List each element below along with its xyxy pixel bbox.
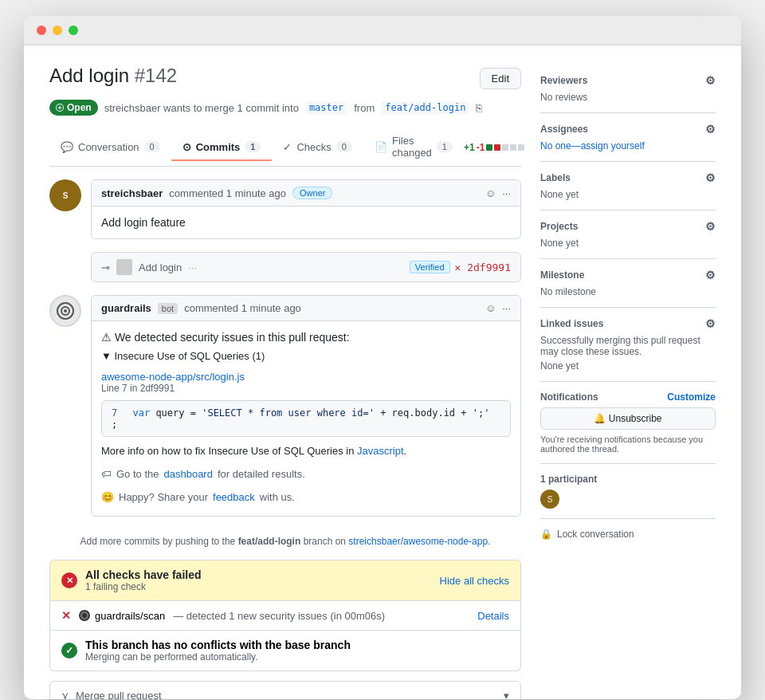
no-conflict-title: This branch has no conflicts with the ba… bbox=[85, 639, 351, 651]
no-conflict-sub: Merging can be performed automatically. bbox=[85, 651, 351, 663]
commits-icon: ⊙ bbox=[182, 141, 191, 153]
minimize-dot[interactable] bbox=[53, 26, 62, 35]
reviewers-gear[interactable]: ⚙ bbox=[705, 74, 716, 87]
file-link[interactable]: awesome-node-app/src/login.js bbox=[101, 371, 245, 383]
copy-icon[interactable]: ⎘ bbox=[476, 102, 482, 114]
linked-issues-header: Linked issues ⚙ bbox=[540, 317, 716, 330]
tab-files[interactable]: 📄 Files changed 1 bbox=[363, 128, 464, 167]
verified-badge: Verified bbox=[410, 261, 450, 273]
labels-value: None yet bbox=[540, 189, 716, 200]
comment-time-1: commented 1 minute ago bbox=[169, 187, 286, 199]
vuln-header: ▼ Insecure Use of SQL Queries (1) bbox=[101, 350, 511, 362]
labels-gear[interactable]: ⚙ bbox=[705, 171, 716, 184]
checks-count: 0 bbox=[336, 141, 352, 152]
hash-text: ✕ 2df9991 bbox=[455, 262, 511, 273]
comment-author-2: guardrails bbox=[101, 302, 151, 314]
files-icon: 📄 bbox=[375, 141, 387, 153]
customize-link[interactable]: Customize bbox=[667, 391, 716, 403]
labels-section: Labels ⚙ None yet bbox=[540, 162, 716, 210]
checks-icon: ✓ bbox=[283, 141, 292, 153]
avatar-streichsbaer: S bbox=[49, 179, 81, 211]
main-column: Add login #142 Edit Open streichsbaer wa… bbox=[49, 65, 521, 680]
notifications-header: Notifications Customize bbox=[540, 391, 716, 403]
merge-bar: ⋎ Merge pull request ▾ bbox=[49, 681, 521, 699]
diff-sq-gray2 bbox=[510, 144, 516, 151]
feedback-link[interactable]: feedback bbox=[213, 491, 255, 503]
scan-name: guardrails/scan bbox=[79, 610, 165, 622]
tabs-bar: 💬 Conversation 0 ⊙ Commits 1 ✓ Checks 0 … bbox=[49, 128, 521, 167]
milestone-header: Milestone ⚙ bbox=[540, 269, 716, 281]
pr-description: streichsbaer wants to merge 1 commit int… bbox=[104, 102, 299, 114]
close-dot[interactable] bbox=[37, 26, 46, 35]
footer-1: 🏷 Go to the dashboard for detailed resul… bbox=[101, 465, 511, 483]
emoji-icon[interactable]: ☺ bbox=[485, 187, 496, 199]
milestone-gear[interactable]: ⚙ bbox=[705, 269, 716, 281]
tab-checks[interactable]: ✓ Checks 0 bbox=[272, 135, 363, 161]
tab-commits[interactable]: ⊙ Commits 1 bbox=[171, 135, 273, 161]
details-link[interactable]: Details bbox=[477, 610, 509, 622]
tab-conversation[interactable]: 💬 Conversation 0 bbox=[49, 135, 171, 161]
comment-header-2: guardrails bot commented 1 minute ago ☺ … bbox=[92, 296, 520, 321]
file-reference: awesome-node-app/src/login.js Line 7 in … bbox=[101, 370, 511, 437]
diff-stat: +1 -1 bbox=[464, 142, 524, 153]
check-fail-icon: ✕ bbox=[61, 609, 71, 622]
assignees-section: Assignees ⚙ No one—assign yourself bbox=[540, 113, 716, 162]
footer1-icon: 🏷 bbox=[101, 468, 112, 480]
footer2-icon: 😊 bbox=[101, 491, 114, 503]
fail-info: All checks have failed 1 failing check bbox=[85, 568, 202, 592]
head-branch-link[interactable]: feat/add-login bbox=[381, 101, 469, 114]
additions: +1 bbox=[464, 142, 475, 153]
linked-issues-desc: Successfully merging this pull request m… bbox=[540, 335, 716, 357]
scan-desc: — detected 1 new security issues (in 00m… bbox=[173, 610, 385, 622]
more-icon-2[interactable]: ··· bbox=[502, 302, 511, 314]
maximize-dot[interactable] bbox=[69, 26, 78, 35]
more-icon[interactable]: ··· bbox=[502, 187, 511, 199]
code-block: 7 var query = 'SELECT * from user where … bbox=[101, 400, 511, 437]
sidebar: Reviewers ⚙ No reviews Assignees ⚙ No on… bbox=[540, 65, 716, 680]
push-branch: feat/add-login bbox=[238, 536, 301, 547]
lock-section[interactable]: 🔒 Lock conversation bbox=[540, 519, 716, 549]
svg-point-2 bbox=[64, 309, 67, 313]
edit-button[interactable]: Edit bbox=[480, 68, 521, 89]
comment-actions-1[interactable]: ☺ ··· bbox=[485, 187, 511, 199]
line-num: 7 bbox=[112, 407, 117, 419]
fail-circle: ✕ bbox=[61, 572, 77, 588]
comment-actions-2[interactable]: ☺ ··· bbox=[485, 302, 511, 314]
reviewers-header: Reviewers ⚙ bbox=[540, 74, 716, 87]
repo-link[interactable]: streichsbaer/awesome-node-app bbox=[348, 536, 488, 547]
status-text: Open bbox=[67, 102, 92, 113]
dashboard-link[interactable]: dashboard bbox=[163, 468, 212, 480]
merge-icon: ⋎ bbox=[61, 690, 69, 699]
commits-count: 1 bbox=[245, 141, 261, 152]
diff-sq-del bbox=[494, 144, 500, 151]
participants-header: 1 participant bbox=[540, 474, 716, 485]
footer-2: 😊 Happy? Share your feedback with us. bbox=[101, 488, 511, 506]
merge-dropdown-icon[interactable]: ▾ bbox=[504, 690, 509, 699]
linked-issues-section: Linked issues ⚙ Successfully merging thi… bbox=[540, 308, 716, 382]
fix-link[interactable]: Javascript bbox=[357, 445, 404, 457]
reviewers-section: Reviewers ⚙ No reviews bbox=[540, 65, 716, 113]
comment-body-text-1: Add login feature bbox=[101, 216, 186, 229]
comment-time-2: commented 1 minute ago bbox=[184, 302, 301, 314]
assignees-gear[interactable]: ⚙ bbox=[705, 123, 716, 136]
linked-issues-gear[interactable]: ⚙ bbox=[705, 317, 716, 330]
hide-checks-link[interactable]: Hide all checks bbox=[440, 575, 509, 587]
emoji-icon-2[interactable]: ☺ bbox=[485, 302, 496, 314]
projects-value: None yet bbox=[540, 238, 716, 249]
unsubscribe-button[interactable]: 🔔 Unsubscribe bbox=[540, 407, 716, 430]
base-branch-link[interactable]: master bbox=[305, 101, 347, 114]
lock-label: Lock conversation bbox=[557, 529, 634, 540]
participant-avatar: S bbox=[540, 490, 559, 509]
conversation-count: 0 bbox=[144, 141, 160, 152]
comment-author-1: streichsbaer bbox=[101, 187, 163, 199]
check-item-scan: ✕ guardrails/scan — detected 1 new secur… bbox=[49, 601, 521, 631]
milestone-section: Milestone ⚙ No milestone bbox=[540, 259, 716, 308]
pr-title: Add login #142 bbox=[49, 65, 177, 87]
deletions: -1 bbox=[477, 142, 485, 153]
assignees-value[interactable]: No one—assign yourself bbox=[540, 140, 716, 151]
milestone-value: No milestone bbox=[540, 286, 716, 297]
projects-gear[interactable]: ⚙ bbox=[705, 220, 716, 233]
fix-text: More info on how to fix Insecure Use of … bbox=[101, 445, 511, 457]
status-badge: Open bbox=[49, 100, 98, 116]
avatar-guardrails bbox=[49, 295, 81, 327]
